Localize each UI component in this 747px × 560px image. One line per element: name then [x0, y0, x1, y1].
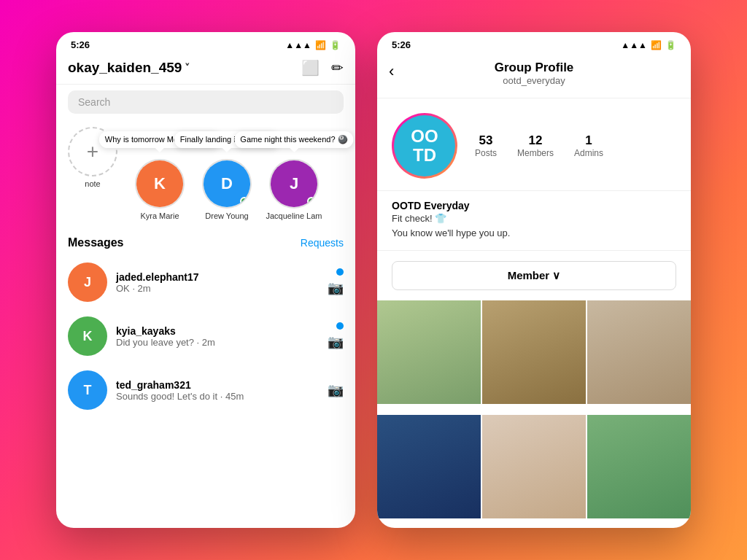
search-bar[interactable]: Search	[68, 90, 344, 114]
admins-label: Admins	[574, 148, 603, 158]
dropdown-chevron-icon: ˅	[185, 62, 190, 74]
msg-username-2: kyia_kayaks	[116, 325, 319, 337]
msg-actions-2: 📷	[328, 322, 344, 350]
group-avatar-inner: OOTD	[394, 115, 455, 176]
posts-label: Posts	[475, 148, 497, 158]
group-bio: OOTD Everyday Fit check! 👕 You know we'l…	[377, 191, 691, 251]
wifi-icon-r: 📶	[651, 40, 662, 50]
bio-line-2: You know we'll hype you up.	[392, 226, 676, 241]
msg-preview-3: Sounds good! Let's do it · 45m	[116, 391, 319, 402]
group-profile-subtitle: ootd_everyday	[503, 75, 565, 86]
photo-cell-6[interactable]	[587, 415, 691, 518]
photo-grid	[377, 300, 691, 528]
story-name-drew: Drew Young	[205, 211, 248, 220]
photo-cell-1[interactable]	[377, 300, 481, 404]
username-area[interactable]: okay_kaiden_459 ˅	[68, 60, 190, 76]
time-left: 5:26	[71, 39, 90, 50]
signal-icon-r: ▲▲▲	[621, 40, 647, 50]
left-phone: 5:26 ▲▲▲ 📶 🔋 okay_kaiden_459 ˅ ⬜ ✏ Searc…	[56, 32, 355, 528]
stat-posts: 53 Posts	[475, 133, 497, 158]
photo-cell-5[interactable]	[482, 415, 586, 518]
message-item-1[interactable]: J jaded.elephant17 OK · 2m 📷	[56, 255, 355, 309]
compose-icon[interactable]: ✏	[331, 59, 344, 77]
group-profile-title: Group Profile	[495, 61, 574, 75]
time-right: 5:26	[392, 39, 411, 50]
story-name-jacqueline: Jacqueline Lam	[266, 211, 322, 220]
online-indicator-drew	[240, 197, 249, 206]
avatar-jacqueline: J	[269, 159, 319, 209]
member-button[interactable]: Member ∨	[392, 261, 676, 290]
group-stats: 53 Posts 12 Members 1 Admins	[475, 133, 603, 158]
msg-preview-2: Did you leave yet? · 2m	[116, 337, 319, 348]
status-icons-right: ▲▲▲ 📶 🔋	[621, 40, 676, 50]
signal-icon: ▲▲▲	[285, 40, 311, 50]
status-icons-left: ▲▲▲ 📶 🔋	[285, 40, 341, 50]
messages-header: Messages Requests	[56, 228, 355, 255]
search-placeholder: Search	[78, 96, 110, 108]
members-count: 12	[529, 133, 543, 148]
camera-icon-1[interactable]: 📷	[328, 280, 344, 296]
msg-preview-1: OK · 2m	[116, 283, 319, 294]
msg-username-3: ted_graham321	[116, 379, 319, 391]
username-text: okay_kaiden_459	[68, 60, 182, 76]
msg-actions-1: 📷	[328, 268, 344, 296]
msg-actions-3: 📷	[328, 382, 344, 398]
story-kyra[interactable]: Why is tomorrow Monday!? 😩 K Kyra Marie	[131, 159, 189, 220]
stories-section: + note Why is tomorrow Monday!? 😩 K Kyra…	[56, 120, 355, 228]
photo-cell-2[interactable]	[482, 300, 586, 404]
wifi-icon: 📶	[315, 40, 326, 50]
stat-members: 12 Members	[517, 133, 554, 158]
battery-icon: 🔋	[330, 40, 341, 50]
photo-cell-4[interactable]	[377, 415, 481, 518]
unread-dot-2	[336, 322, 344, 330]
members-label: Members	[517, 148, 554, 158]
msg-info-1: jaded.elephant17 OK · 2m	[116, 271, 319, 294]
story-jacqueline[interactable]: Game night this weekend? 🎱 J Jacqueline …	[265, 159, 323, 220]
avatar-kyra: K	[135, 159, 185, 209]
nav-icon-group: ⬜ ✏	[301, 59, 344, 77]
camera-icon-2[interactable]: 📷	[328, 334, 344, 350]
messages-title: Messages	[68, 236, 124, 249]
admins-count: 1	[585, 133, 592, 148]
right-phone: 5:26 ▲▲▲ 📶 🔋 ‹ Group Profile ootd_everyd…	[377, 32, 691, 528]
msg-info-2: kyia_kayaks Did you leave yet? · 2m	[116, 325, 319, 348]
bio-line-1: Fit check! 👕	[392, 211, 676, 226]
story-drew[interactable]: Finally landing in NYC! ❤️ D Drew Young	[198, 159, 256, 220]
group-header: ‹ Group Profile ootd_everyday	[377, 55, 691, 98]
camera-icon-3[interactable]: 📷	[328, 382, 344, 398]
msg-username-1: jaded.elephant17	[116, 271, 319, 283]
msg-info-3: ted_graham321 Sounds good! Let's do it ·…	[116, 379, 319, 402]
battery-icon-r: 🔋	[665, 40, 676, 50]
group-avatar: OOTD	[392, 113, 457, 179]
back-button[interactable]: ‹	[389, 62, 394, 81]
add-story-label: note	[85, 179, 100, 188]
avatar-ted: T	[68, 370, 107, 410]
message-item-3[interactable]: T ted_graham321 Sounds good! Let's do it…	[56, 363, 355, 417]
status-bar-right: 5:26 ▲▲▲ 📶 🔋	[377, 32, 691, 55]
message-item-2[interactable]: K kyia_kayaks Did you leave yet? · 2m 📷	[56, 309, 355, 363]
story-bubble-jacqueline: Game night this weekend? 🎱	[234, 131, 353, 148]
online-indicator-jacqueline	[307, 197, 316, 206]
requests-link[interactable]: Requests	[301, 237, 344, 249]
status-bar-left: 5:26 ▲▲▲ 📶 🔋	[56, 32, 355, 55]
stat-admins: 1 Admins	[574, 133, 603, 158]
photo-cell-3[interactable]	[587, 300, 691, 404]
avatar-drew: D	[202, 159, 252, 209]
group-profile-section: OOTD 53 Posts 12 Members 1 Admins	[377, 98, 691, 191]
posts-count: 53	[479, 133, 493, 148]
avatar-jaded: J	[68, 262, 107, 302]
unread-dot-1	[336, 268, 344, 276]
video-call-icon[interactable]: ⬜	[301, 59, 320, 77]
story-name-kyra: Kyra Marie	[140, 211, 179, 220]
top-nav: okay_kaiden_459 ˅ ⬜ ✏	[56, 55, 355, 85]
avatar-kyia: K	[68, 316, 107, 356]
group-bio-name: OOTD Everyday	[392, 200, 676, 211]
